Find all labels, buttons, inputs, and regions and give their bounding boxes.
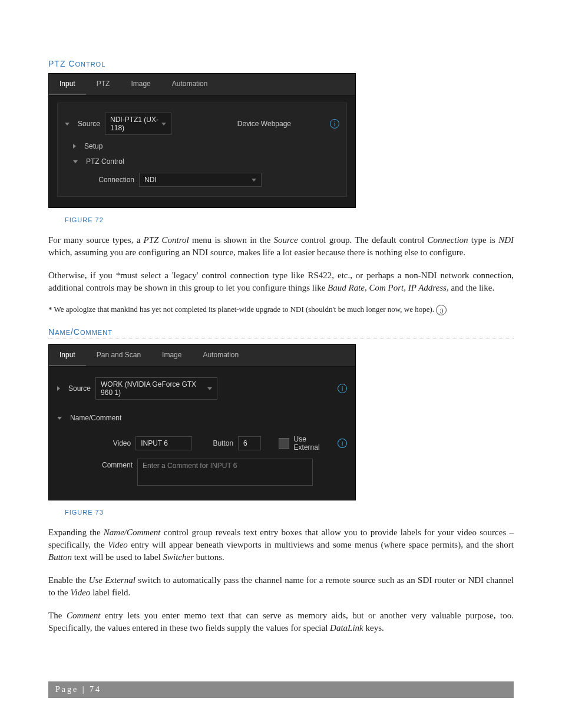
tabs-fig2: Input Pan and Scan Image Automation [49,345,355,367]
figure-73-panel: Input Pan and Scan Image Automation Sour… [48,344,356,500]
chevron-down-icon[interactable] [73,160,78,163]
name-comment-label[interactable]: Name/Comment [70,414,121,422]
wink-emoji-icon: ;) [436,305,447,315]
chevron-down-icon [161,123,166,126]
heading-ptz-control: PTZ CONTROL [48,59,514,68]
tab-automation[interactable]: Automation [192,345,249,366]
connection-label: Connection [81,176,134,184]
chevron-down-icon [252,179,256,182]
footnote: * We apologize that mankind has yet not … [48,305,514,315]
chevron-down-icon[interactable] [57,417,62,420]
source-label: Source [78,120,100,128]
info-icon[interactable]: i [338,439,347,448]
paragraph-5: The Comment entry lets you enter memo te… [48,610,514,634]
info-icon[interactable]: i [330,119,339,129]
video-label: Video [74,439,131,447]
chevron-down-icon[interactable] [65,123,70,126]
tab-image[interactable]: Image [151,345,192,366]
tabs-fig1: Input PTZ Image Automation [49,74,355,95]
connection-dropdown-value: NDI [144,176,157,184]
heading-name-comment: NAME/COMMENT [48,327,514,338]
use-external-toggle[interactable] [279,438,289,449]
page-footer: Page | 74 [48,681,514,698]
use-external-label: Use External [294,435,333,452]
paragraph-2: Otherwise, if you *must select a 'legacy… [48,269,514,294]
connection-dropdown[interactable]: NDI [139,173,262,187]
comment-input[interactable]: Enter a Comment for INPUT 6 [137,459,313,486]
chevron-down-icon [207,387,212,390]
chevron-right-icon[interactable] [57,386,60,391]
device-webpage-link[interactable]: Device Webpage [237,120,291,128]
figure-72-caption: FIGURE 72 [65,216,514,223]
tab-ptz[interactable]: PTZ [86,74,121,95]
tab-automation[interactable]: Automation [161,74,219,95]
chevron-right-icon[interactable] [73,144,76,149]
video-input[interactable]: INPUT 6 [135,436,192,450]
paragraph-3: Expanding the Name/Comment control group… [48,526,514,564]
paragraph-4: Enable the Use External switch to automa… [48,574,514,599]
source-label: Source [68,384,91,393]
comment-label: Comment [74,459,133,469]
tab-pan-and-scan[interactable]: Pan and Scan [86,345,151,366]
ptz-control-label[interactable]: PTZ Control [86,157,124,166]
button-label: Button [213,439,233,447]
tab-input[interactable]: Input [49,345,86,366]
source-dropdown[interactable]: WORK (NVIDIA GeForce GTX 960 1) [95,377,217,400]
paragraph-1: For many source types, a PTZ Control men… [48,234,514,259]
setup-label[interactable]: Setup [84,142,103,150]
figure-73-caption: FIGURE 73 [65,509,514,516]
info-icon[interactable]: i [338,384,347,393]
source-dropdown[interactable]: NDI-PTZ1 (UX-118) [105,113,171,135]
source-dropdown-value: NDI-PTZ1 (UX-118) [110,116,161,132]
button-input[interactable]: 6 [238,436,261,450]
tab-input[interactable]: Input [49,74,86,95]
tab-image[interactable]: Image [120,74,161,95]
source-dropdown-value: WORK (NVIDIA GeForce GTX 960 1) [101,380,207,397]
figure-72-panel: Input PTZ Image Automation Source NDI-PT… [48,73,356,208]
